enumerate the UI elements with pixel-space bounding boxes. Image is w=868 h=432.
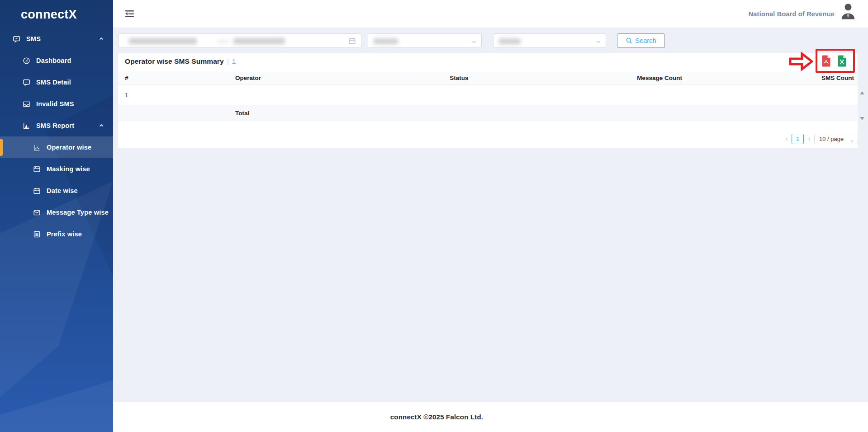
chevron-up-icon [99, 123, 104, 128]
column-header-message-count: Message Count [516, 71, 686, 85]
message-icon [23, 79, 30, 86]
sidebar-item-sms[interactable]: SMS [0, 28, 113, 50]
select-value-redacted [374, 38, 398, 44]
sidebar-item-label: Invalid SMS [36, 100, 74, 108]
inbox-icon [23, 100, 30, 108]
chevron-up-icon [99, 36, 104, 42]
sidebar-item-label: Operator wise [47, 144, 91, 151]
pagination-page-1[interactable]: 1 [792, 134, 804, 144]
sidebar-item-label: Prefix wise [47, 230, 82, 238]
total-label: Total [230, 110, 402, 117]
dashboard-icon [23, 57, 30, 65]
app-logo: connectX [0, 0, 113, 28]
chevron-down-icon [849, 137, 854, 142]
filter-select-2[interactable] [493, 33, 606, 48]
excel-export-icon[interactable] [837, 55, 847, 67]
select-value-redacted [499, 38, 521, 44]
sidebar-menu: SMS Dashboard SMS Detail Invalid SMS [0, 28, 113, 245]
page-title: Operator wise SMS Summary [125, 57, 224, 66]
sidebar: connectX SMS Dashboard SMS Detail [0, 0, 113, 432]
pdf-export-icon[interactable] [821, 55, 831, 67]
date-range-input[interactable] [119, 33, 361, 48]
sidebar-item-prefix-wise[interactable]: Prefix wise [0, 223, 113, 245]
column-header-operator: Operator [230, 71, 402, 85]
column-header-status: Status [402, 71, 516, 85]
end-date-redacted [233, 38, 285, 44]
pagination-prev-button[interactable]: ‹ [783, 134, 790, 144]
window-icon [33, 165, 41, 173]
pagination-next-button[interactable]: › [806, 134, 812, 144]
summary-card: Operator wise SMS Summary | 1 # Operator… [118, 53, 858, 148]
sidebar-item-masking-wise[interactable]: Masking wise [0, 158, 113, 180]
footer: connectX ©2025 Falcon Ltd. [113, 402, 868, 432]
column-header-index: # [118, 71, 230, 85]
dot-chart-icon [33, 144, 41, 151]
row-index: 1 [118, 92, 230, 99]
sidebar-item-operator-wise[interactable]: Operator wise [0, 136, 113, 158]
bar-chart-icon [23, 122, 30, 130]
start-date-redacted [129, 38, 197, 44]
chevron-down-icon [471, 38, 477, 44]
top-bar: National Board of Revenue [113, 0, 868, 28]
result-count: 1 [232, 57, 236, 66]
filter-select-1[interactable] [368, 33, 482, 48]
footer-text: connectX ©2025 Falcon Ltd. [390, 413, 483, 421]
search-button-label: Search [636, 37, 656, 44]
mail-icon [33, 209, 41, 216]
sidebar-item-invalid-sms[interactable]: Invalid SMS [0, 93, 113, 115]
table-total-row: Total [118, 105, 858, 121]
search-button[interactable]: Search [617, 33, 665, 48]
sidebar-item-label: SMS [26, 35, 41, 42]
sidebar-item-label: Masking wise [47, 165, 90, 173]
chevron-down-icon [596, 38, 601, 44]
card-title: Operator wise SMS Summary | 1 [125, 57, 236, 66]
table-header-row: # Operator Status Message Count SMS Coun… [118, 71, 858, 85]
table-scrollbar-up-arrow[interactable] [860, 91, 864, 94]
sidebar-item-sms-detail[interactable]: SMS Detail [0, 71, 113, 93]
sidebar-item-label: Dashboard [36, 57, 71, 64]
sidebar-item-label: SMS Detail [36, 79, 71, 86]
list-icon [33, 230, 41, 238]
sidebar-item-message-type-wise[interactable]: Message Type wise [0, 202, 113, 223]
calendar-icon [348, 37, 356, 45]
date-range-separator [218, 40, 229, 43]
sidebar-item-sms-report[interactable]: SMS Report [0, 115, 113, 136]
sidebar-item-label: SMS Report [36, 122, 74, 129]
sidebar-item-label: Message Type wise [47, 209, 109, 216]
user-avatar-icon[interactable] [840, 2, 856, 21]
search-icon [626, 38, 632, 44]
calendar-icon [33, 187, 41, 195]
column-header-sms-count: SMS Count [686, 71, 858, 85]
page-size-select[interactable]: 10 / page [814, 134, 858, 144]
sidebar-item-dashboard[interactable]: Dashboard [0, 50, 113, 71]
menu-fold-icon[interactable] [125, 9, 134, 19]
message-icon [13, 35, 20, 43]
table-scrollbar-down-arrow[interactable] [860, 117, 864, 120]
table-row: 1 [118, 85, 858, 105]
annotation-arrow [789, 52, 813, 70]
page-size-value: 10 / page [819, 136, 844, 142]
sidebar-item-label: Date wise [47, 187, 78, 194]
sidebar-item-date-wise[interactable]: Date wise [0, 180, 113, 202]
title-divider: | [227, 57, 229, 66]
organization-name: National Board of Revenue [749, 0, 835, 28]
